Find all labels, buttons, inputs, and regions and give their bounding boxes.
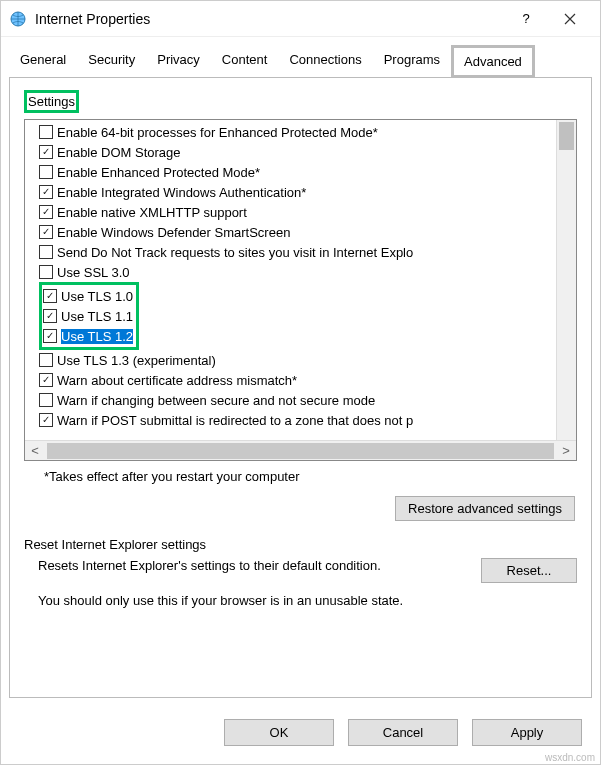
checkbox[interactable]: ✓	[39, 185, 53, 199]
tab-advanced[interactable]: Advanced	[451, 45, 535, 78]
setting-row[interactable]: ✓Enable Windows Defender SmartScreen	[39, 222, 576, 242]
settings-list[interactable]: Enable 64-bit processes for Enhanced Pro…	[25, 120, 576, 460]
tab-connections[interactable]: Connections	[278, 45, 372, 78]
checkbox[interactable]	[39, 125, 53, 139]
setting-row[interactable]: ✓Enable native XMLHTTP support	[39, 202, 576, 222]
scroll-left-icon[interactable]: <	[25, 443, 45, 458]
restore-advanced-button[interactable]: Restore advanced settings	[395, 496, 575, 521]
checkbox[interactable]: ✓	[39, 145, 53, 159]
reset-description: Resets Internet Explorer's settings to t…	[38, 558, 465, 573]
checkbox[interactable]: ✓	[39, 373, 53, 387]
setting-row[interactable]: ✓Use TLS 1.2	[43, 326, 133, 346]
checkbox[interactable]	[39, 353, 53, 367]
tab-privacy[interactable]: Privacy	[146, 45, 211, 78]
window-title: Internet Properties	[35, 11, 504, 27]
setting-row[interactable]: Warn if changing between secure and not …	[39, 390, 576, 410]
checkbox[interactable]	[39, 265, 53, 279]
tab-general[interactable]: General	[9, 45, 77, 78]
reset-warning: You should only use this if your browser…	[38, 593, 577, 608]
tab-security[interactable]: Security	[77, 45, 146, 78]
setting-label: Enable DOM Storage	[57, 145, 181, 160]
setting-label: Send Do Not Track requests to sites you …	[57, 245, 413, 260]
reset-button[interactable]: Reset...	[481, 558, 577, 583]
setting-label: Use SSL 3.0	[57, 265, 130, 280]
reset-group: Reset Internet Explorer settings Resets …	[24, 537, 577, 608]
tab-programs[interactable]: Programs	[373, 45, 451, 78]
setting-row[interactable]: Use TLS 1.3 (experimental)	[39, 350, 576, 370]
setting-label: Warn about certificate address mismatch*	[57, 373, 297, 388]
setting-row[interactable]: Send Do Not Track requests to sites you …	[39, 242, 576, 262]
restart-footnote: *Takes effect after you restart your com…	[44, 469, 577, 484]
setting-row[interactable]: Enable 64-bit processes for Enhanced Pro…	[39, 122, 576, 142]
setting-label: Enable Enhanced Protected Mode*	[57, 165, 260, 180]
setting-label: Use TLS 1.3 (experimental)	[57, 353, 216, 368]
tab-advanced-panel: Settings Enable 64-bit processes for Enh…	[9, 77, 592, 698]
watermark: wsxdn.com	[545, 752, 595, 763]
setting-label: Warn if changing between secure and not …	[57, 393, 375, 408]
apply-button[interactable]: Apply	[472, 719, 582, 746]
setting-label: Use TLS 1.2	[61, 329, 133, 344]
checkbox[interactable]	[39, 165, 53, 179]
checkbox[interactable]: ✓	[43, 289, 57, 303]
globe-icon	[9, 10, 27, 28]
setting-row[interactable]: ✓Use TLS 1.0	[43, 286, 133, 306]
setting-label: Enable 64-bit processes for Enhanced Pro…	[57, 125, 378, 140]
setting-label: Enable Windows Defender SmartScreen	[57, 225, 290, 240]
cancel-button[interactable]: Cancel	[348, 719, 458, 746]
setting-row[interactable]: ✓Enable DOM Storage	[39, 142, 576, 162]
reset-group-label: Reset Internet Explorer settings	[24, 537, 577, 552]
setting-label: Warn if POST submittal is redirected to …	[57, 413, 413, 428]
setting-row[interactable]: ✓Enable Integrated Windows Authenticatio…	[39, 182, 576, 202]
setting-row[interactable]: ✓Use TLS 1.1	[43, 306, 133, 326]
internet-properties-dialog: Internet Properties ? General Security P…	[0, 0, 601, 765]
setting-label: Use TLS 1.1	[61, 309, 133, 324]
checkbox[interactable]: ✓	[39, 205, 53, 219]
setting-label: Enable Integrated Windows Authentication…	[57, 185, 306, 200]
checkbox[interactable]: ✓	[39, 413, 53, 427]
setting-label: Use TLS 1.0	[61, 289, 133, 304]
setting-row[interactable]: ✓Warn about certificate address mismatch…	[39, 370, 576, 390]
checkbox[interactable]	[39, 393, 53, 407]
setting-row[interactable]: Use SSL 3.0	[39, 262, 576, 282]
settings-listbox: Enable 64-bit processes for Enhanced Pro…	[24, 119, 577, 461]
vertical-scrollbar[interactable]	[556, 120, 576, 440]
close-button[interactable]	[548, 4, 592, 34]
horizontal-scrollbar[interactable]: < >	[25, 440, 576, 460]
help-button[interactable]: ?	[504, 4, 548, 34]
tab-strip: General Security Privacy Content Connect…	[1, 37, 600, 78]
checkbox[interactable]: ✓	[43, 329, 57, 343]
checkbox[interactable]: ✓	[43, 309, 57, 323]
checkbox[interactable]: ✓	[39, 225, 53, 239]
titlebar: Internet Properties ?	[1, 1, 600, 37]
scroll-right-icon[interactable]: >	[556, 443, 576, 458]
settings-label: Settings	[24, 90, 79, 113]
setting-row[interactable]: ✓Warn if POST submittal is redirected to…	[39, 410, 576, 430]
dialog-buttons: OK Cancel Apply	[1, 707, 600, 764]
checkbox[interactable]	[39, 245, 53, 259]
setting-label: Enable native XMLHTTP support	[57, 205, 247, 220]
tab-content[interactable]: Content	[211, 45, 279, 78]
setting-row[interactable]: Enable Enhanced Protected Mode*	[39, 162, 576, 182]
ok-button[interactable]: OK	[224, 719, 334, 746]
